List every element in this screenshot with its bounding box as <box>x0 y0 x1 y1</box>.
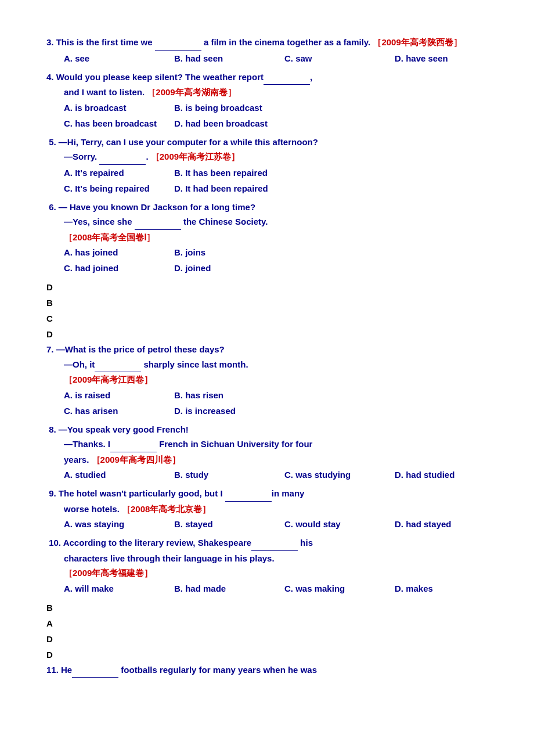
q8-optD: D. had studied <box>395 467 488 483</box>
q3-optB: B. had seen <box>174 51 267 66</box>
q9-text: 9. The hotel wasn't particularly good, b… <box>46 486 488 502</box>
q7-ref: ［2009年高考江西卷］ <box>64 375 153 384</box>
q6-optB: B. joins <box>174 244 267 260</box>
q3-options: A. see B. had seen C. saw D. have seen <box>64 51 488 66</box>
q5-optD: D. It had been repaired <box>174 181 268 196</box>
q7-ref-line: ［2009年高考江西卷］ <box>64 372 488 387</box>
q4-blank <box>264 70 310 85</box>
q7-blank <box>95 357 141 373</box>
q8-options: A. studied B. study C. was studying D. h… <box>64 467 488 483</box>
answer-C1: C <box>46 311 488 326</box>
q6-optA: A. has joined <box>64 244 157 260</box>
q4-optD: D. had been broadcast <box>174 116 268 131</box>
q3-text-after: a film in the cinema together as a famil… <box>201 37 373 47</box>
q4-optB: B. is being broadcast <box>174 100 267 116</box>
q10-optB: B. had made <box>174 581 267 596</box>
q8-optB: B. study <box>174 467 267 483</box>
question-8: 8. —You speak very good French! —Thanks.… <box>46 422 488 483</box>
q9-options: A. was staying B. stayed C. would stay D… <box>64 516 488 532</box>
q8-ref: ［2009年高考四川卷］ <box>92 455 181 465</box>
q5-options: A. It's repaired B. It has been repaired <box>64 165 488 181</box>
answer-D1: D <box>46 279 488 295</box>
page-content: 3. This is the first time we a film in t… <box>46 35 488 678</box>
q9-blank <box>225 486 272 502</box>
answer-D3: D <box>46 631 488 647</box>
q5-blank <box>99 149 146 165</box>
q9-optB: B. stayed <box>174 516 267 532</box>
q4-options: A. is broadcast B. is being broadcast <box>64 100 488 116</box>
q8-optC: C. was studying <box>284 467 377 483</box>
q7-optC: C. has arisen <box>64 403 157 419</box>
answer-B1: B <box>46 295 488 311</box>
q6-optC: C. had joined <box>64 260 157 276</box>
q5-optC: C. It's being repaired <box>64 181 157 196</box>
q4-optA: A. is broadcast <box>64 100 157 116</box>
q4-optC: C. has been broadcast <box>64 116 157 131</box>
q10-options: A. will make B. had made C. was making D… <box>64 581 488 596</box>
q8-dialog1: 8. —You speak very good French! <box>46 422 488 437</box>
q4-text-cont: and I want to listen. ［2009年高考湖南卷］ <box>64 85 488 100</box>
question-11: 11. He footballs regularly for many year… <box>46 663 488 678</box>
q4-text1: Would you please keep silent? The weathe… <box>56 72 264 82</box>
q10-optA: A. will make <box>64 581 157 596</box>
q3-optA: A. see <box>64 51 157 66</box>
question-5: 5. —Hi, Terry, can I use your computer f… <box>46 135 488 196</box>
q7-options: A. is raised B. has risen <box>64 387 488 403</box>
question-6: 6. — Have you known Dr Jackson for a lon… <box>46 200 488 276</box>
q6-options: A. has joined B. joins <box>64 244 488 260</box>
question-4: 4. Would you please keep silent? The wea… <box>46 70 488 131</box>
q9-text-cont: worse hotels. ［2008年高考北京卷］ <box>64 502 488 517</box>
q4-number: 4. <box>46 72 56 82</box>
q7-optA: A. is raised <box>64 387 157 403</box>
q8-text-cont: years. ［2009年高考四川卷］ <box>64 452 488 467</box>
q6-dialog1: 6. — Have you known Dr Jackson for a lon… <box>46 200 488 215</box>
q4-ref: ［2009年高考湖南卷］ <box>147 87 236 97</box>
q10-blank <box>251 535 298 551</box>
q8-dialog2: —Thanks. I French in Sichuan University … <box>64 437 488 452</box>
q7-optB: B. has risen <box>174 387 267 403</box>
question-9: 9. The hotel wasn't particularly good, b… <box>46 486 488 532</box>
q10-ref-line: ［2009年高考福建卷］ <box>64 566 488 581</box>
q10-text: 10. According to the literary review, Sh… <box>46 535 488 551</box>
q10-ref: ［2009年高考福建卷］ <box>64 568 153 578</box>
q4-options2: C. has been broadcast D. had been broadc… <box>64 116 488 131</box>
q9-ref: ［2008年高考北京卷］ <box>122 504 211 514</box>
q3-number: 3. <box>46 37 54 47</box>
answer-B2: B <box>46 600 488 615</box>
q3-optC: C. saw <box>284 51 377 66</box>
q10-text-cont: characters live through their language i… <box>64 551 488 566</box>
q7-options2: C. has arisen D. is increased <box>64 403 488 419</box>
answer-D2: D <box>46 326 488 342</box>
q11-blank <box>72 663 118 678</box>
q10-optD: D. makes <box>395 581 488 596</box>
q3-text-before: This is the first time we <box>56 37 155 47</box>
q9-optC: C. would stay <box>284 516 377 532</box>
q3-text: 3. This is the first time we a film in t… <box>46 35 488 51</box>
q6-dialog2: —Yes, since she the Chinese Society. <box>64 214 488 230</box>
q9-optA: A. was staying <box>64 516 157 532</box>
q7-dialog2: —Oh, it sharply since last month. <box>64 357 488 373</box>
q5-ref: ［2009年高考江苏卷］ <box>151 152 240 161</box>
answer-A1: A <box>46 615 488 631</box>
q8-optA: A. studied <box>64 467 157 483</box>
q4-text: 4. Would you please keep silent? The wea… <box>46 70 488 85</box>
q10-optC: C. was making <box>284 581 377 596</box>
question-10: 10. According to the literary review, Sh… <box>46 535 488 596</box>
q5-dialog2: —Sorry. . ［2009年高考江苏卷］ <box>64 149 488 165</box>
q3-optD: D. have seen <box>395 51 488 66</box>
q5-optB: B. It has been repaired <box>174 165 268 181</box>
q3-ref: ［2009年高考陕西卷］ <box>373 37 461 47</box>
q6-options2: C. had joined D. joined <box>64 260 488 276</box>
q6-optD: D. joined <box>174 260 267 276</box>
answer-D4: D <box>46 647 488 663</box>
q4-text2: , <box>310 72 312 82</box>
q9-optD: D. had stayed <box>395 516 488 532</box>
q8-blank <box>110 437 157 452</box>
q5-options2: C. It's being repaired D. It had been re… <box>64 181 488 196</box>
question-3: 3. This is the first time we a film in t… <box>46 35 488 66</box>
q7-optD: D. is increased <box>174 403 267 419</box>
question-7: 7. —What is the price of petrol these da… <box>46 342 488 419</box>
q5-optA: A. It's repaired <box>64 165 157 181</box>
q6-ref: ［2008年高考全国卷Ⅰ］ <box>64 232 155 242</box>
q5-dialog1: 5. —Hi, Terry, can I use your computer f… <box>46 135 488 150</box>
